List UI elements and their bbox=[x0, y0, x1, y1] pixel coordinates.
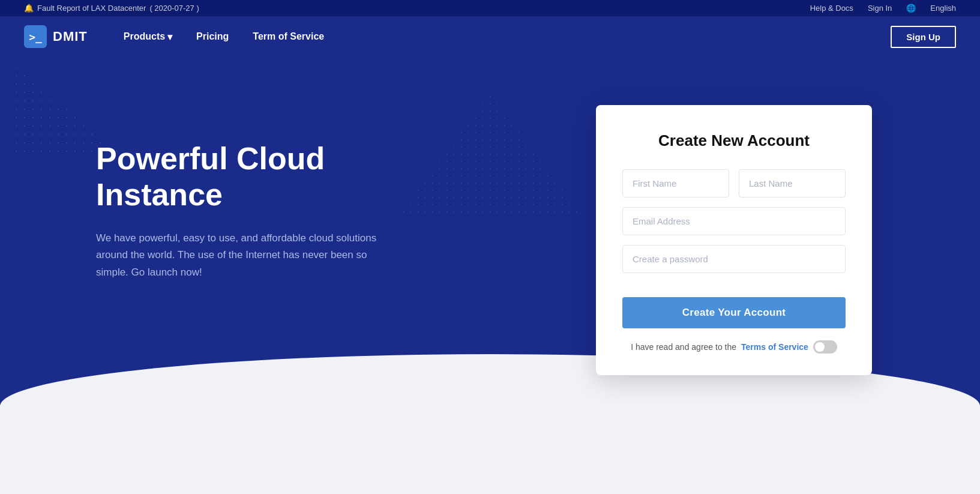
last-name-input[interactable] bbox=[739, 169, 846, 197]
logo-link[interactable]: >_ DMIT bbox=[24, 25, 88, 48]
fault-report-section: 🔔 Fault Report of LAX Datacenter ( 2020-… bbox=[24, 4, 199, 13]
password-group bbox=[622, 245, 846, 273]
tos-text: I have read and agree to the bbox=[631, 342, 736, 352]
chevron-down-icon: ▾ bbox=[167, 31, 172, 43]
nav-pricing[interactable]: Pricing bbox=[184, 16, 241, 57]
name-row bbox=[622, 169, 846, 197]
toggle-slider bbox=[813, 340, 837, 354]
first-name-input[interactable] bbox=[622, 169, 729, 197]
email-group bbox=[622, 207, 846, 235]
fault-report-text: Fault Report of LAX Datacenter bbox=[37, 4, 146, 13]
nav-products[interactable]: Products ▾ bbox=[112, 16, 184, 57]
tos-link[interactable]: Terms of Service bbox=[741, 342, 808, 352]
language-icon: 🌐 bbox=[906, 4, 916, 13]
language-selector[interactable]: English bbox=[930, 4, 956, 13]
fault-report-date: ( 2020-07-27 ) bbox=[149, 4, 199, 13]
hero-text: Powerful Cloud Instance We have powerful… bbox=[96, 105, 444, 282]
top-bar: 🔔 Fault Report of LAX Datacenter ( 2020-… bbox=[0, 0, 980, 16]
top-bar-right: Help & Docs Sign In 🌐 English bbox=[810, 4, 956, 13]
logo-icon: >_ bbox=[24, 25, 47, 48]
sign-in-link[interactable]: Sign In bbox=[868, 4, 892, 13]
nav-links: Products ▾ Pricing Term of Service bbox=[112, 16, 891, 57]
hero-content: Powerful Cloud Instance We have powerful… bbox=[0, 57, 980, 375]
products-label: Products bbox=[124, 31, 165, 42]
hero-section: Powerful Cloud Instance We have powerful… bbox=[0, 57, 980, 494]
hero-subtitle: We have powerful, easy to use, and affor… bbox=[96, 230, 384, 282]
dot-pattern-bottom-left bbox=[30, 402, 126, 486]
hero-title: Powerful Cloud Instance bbox=[96, 141, 444, 213]
nav-tos[interactable]: Term of Service bbox=[241, 16, 336, 57]
form-title: Create New Account bbox=[622, 131, 846, 150]
tos-row: I have read and agree to the Terms of Se… bbox=[622, 340, 846, 354]
bell-icon: 🔔 bbox=[24, 4, 34, 13]
logo-text: DMIT bbox=[53, 29, 88, 44]
tos-toggle[interactable] bbox=[813, 340, 837, 354]
create-account-button[interactable]: Create Your Account bbox=[622, 297, 846, 328]
email-input[interactable] bbox=[622, 207, 846, 235]
navbar: >_ DMIT Products ▾ Pricing Term of Servi… bbox=[0, 16, 980, 57]
password-input[interactable] bbox=[622, 245, 846, 273]
help-docs-link[interactable]: Help & Docs bbox=[810, 4, 853, 13]
nav-right: Sign Up bbox=[891, 26, 956, 48]
signup-form-card: Create New Account Create Your Account I… bbox=[596, 105, 872, 375]
signup-button[interactable]: Sign Up bbox=[891, 26, 956, 48]
